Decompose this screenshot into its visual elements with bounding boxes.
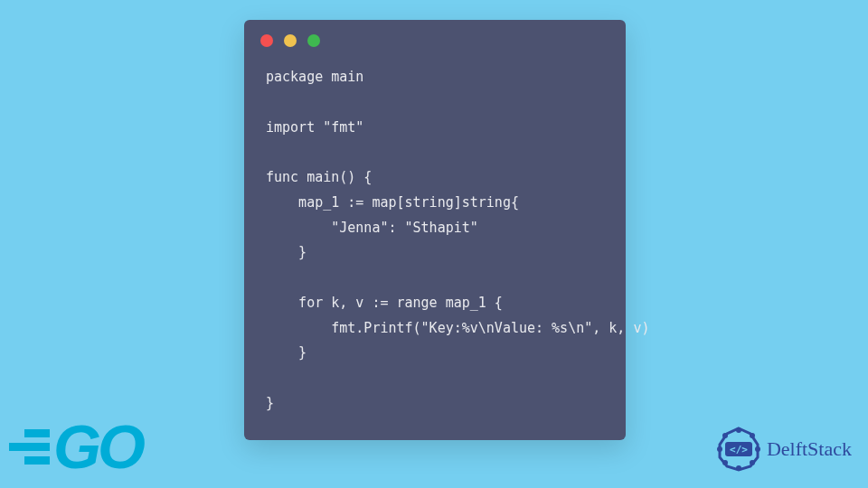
maximize-icon[interactable]: [307, 34, 320, 47]
go-logo-text: GO: [53, 416, 142, 477]
code-line: for k, v := range map_1 {: [266, 295, 503, 311]
code-line: fmt.Printf("Key:%v\nValue: %s\n", k, v): [266, 320, 649, 336]
close-icon[interactable]: [260, 34, 273, 47]
svg-point-4: [750, 460, 755, 465]
code-line: }: [266, 395, 274, 411]
svg-point-3: [755, 446, 760, 452]
svg-point-5: [736, 465, 741, 471]
svg-point-7: [717, 446, 722, 452]
minimize-icon[interactable]: [284, 34, 297, 47]
code-line: import "fmt": [266, 119, 363, 136]
svg-point-8: [722, 433, 728, 438]
go-logo: GO: [9, 416, 142, 477]
delftstack-text: DelftStack: [767, 437, 852, 461]
go-speed-lines-icon: [9, 429, 50, 465]
code-window: package main import "fmt" func main() { …: [244, 20, 626, 440]
delftstack-badge-icon: </>: [716, 427, 761, 472]
svg-point-2: [750, 433, 755, 438]
window-controls: [244, 20, 626, 54]
delftstack-logo: </> DelftStack: [716, 427, 852, 472]
svg-text:</>: </>: [730, 444, 748, 455]
code-line: func main() {: [266, 169, 372, 185]
code-line: "Jenna": "Sthapit": [266, 220, 478, 236]
code-line: map_1 := map[string]string{: [266, 194, 519, 211]
svg-point-1: [736, 427, 741, 433]
code-block: package main import "fmt" func main() { …: [244, 54, 626, 427]
svg-point-6: [722, 460, 728, 465]
code-line: }: [266, 244, 307, 260]
code-line: package main: [266, 69, 363, 85]
code-line: }: [266, 344, 307, 361]
